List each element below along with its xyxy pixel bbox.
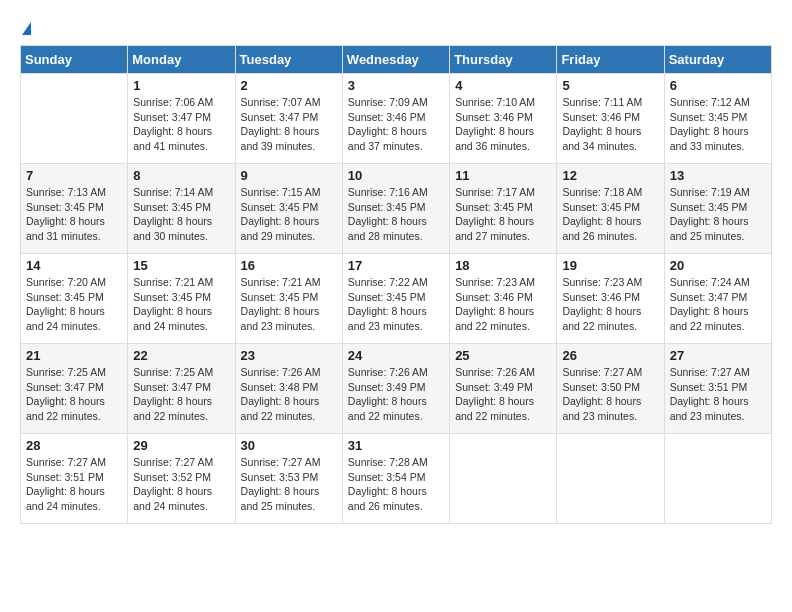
day-number: 28 — [26, 438, 122, 453]
day-number: 14 — [26, 258, 122, 273]
calendar-cell: 11Sunrise: 7:17 AM Sunset: 3:45 PM Dayli… — [450, 164, 557, 254]
calendar-cell: 31Sunrise: 7:28 AM Sunset: 3:54 PM Dayli… — [342, 434, 449, 524]
day-number: 3 — [348, 78, 444, 93]
calendar-week-row: 1Sunrise: 7:06 AM Sunset: 3:47 PM Daylig… — [21, 74, 772, 164]
day-number: 21 — [26, 348, 122, 363]
day-info: Sunrise: 7:15 AM Sunset: 3:45 PM Dayligh… — [241, 185, 337, 244]
calendar-header-friday: Friday — [557, 46, 664, 74]
header — [20, 20, 772, 35]
day-info: Sunrise: 7:19 AM Sunset: 3:45 PM Dayligh… — [670, 185, 766, 244]
day-number: 20 — [670, 258, 766, 273]
day-number: 30 — [241, 438, 337, 453]
day-number: 4 — [455, 78, 551, 93]
day-info: Sunrise: 7:27 AM Sunset: 3:52 PM Dayligh… — [133, 455, 229, 514]
day-number: 16 — [241, 258, 337, 273]
day-info: Sunrise: 7:07 AM Sunset: 3:47 PM Dayligh… — [241, 95, 337, 154]
calendar-week-row: 7Sunrise: 7:13 AM Sunset: 3:45 PM Daylig… — [21, 164, 772, 254]
calendar-cell — [450, 434, 557, 524]
day-number: 18 — [455, 258, 551, 273]
day-info: Sunrise: 7:23 AM Sunset: 3:46 PM Dayligh… — [562, 275, 658, 334]
day-info: Sunrise: 7:27 AM Sunset: 3:51 PM Dayligh… — [670, 365, 766, 424]
calendar-week-row: 14Sunrise: 7:20 AM Sunset: 3:45 PM Dayli… — [21, 254, 772, 344]
calendar-cell: 16Sunrise: 7:21 AM Sunset: 3:45 PM Dayli… — [235, 254, 342, 344]
calendar-cell: 3Sunrise: 7:09 AM Sunset: 3:46 PM Daylig… — [342, 74, 449, 164]
calendar-cell: 19Sunrise: 7:23 AM Sunset: 3:46 PM Dayli… — [557, 254, 664, 344]
calendar-cell: 29Sunrise: 7:27 AM Sunset: 3:52 PM Dayli… — [128, 434, 235, 524]
calendar-cell: 13Sunrise: 7:19 AM Sunset: 3:45 PM Dayli… — [664, 164, 771, 254]
calendar-header-sunday: Sunday — [21, 46, 128, 74]
calendar-cell: 17Sunrise: 7:22 AM Sunset: 3:45 PM Dayli… — [342, 254, 449, 344]
calendar-cell: 8Sunrise: 7:14 AM Sunset: 3:45 PM Daylig… — [128, 164, 235, 254]
day-info: Sunrise: 7:14 AM Sunset: 3:45 PM Dayligh… — [133, 185, 229, 244]
day-info: Sunrise: 7:27 AM Sunset: 3:50 PM Dayligh… — [562, 365, 658, 424]
calendar-cell: 10Sunrise: 7:16 AM Sunset: 3:45 PM Dayli… — [342, 164, 449, 254]
day-number: 17 — [348, 258, 444, 273]
calendar-cell: 7Sunrise: 7:13 AM Sunset: 3:45 PM Daylig… — [21, 164, 128, 254]
day-number: 2 — [241, 78, 337, 93]
calendar-cell: 15Sunrise: 7:21 AM Sunset: 3:45 PM Dayli… — [128, 254, 235, 344]
calendar-week-row: 28Sunrise: 7:27 AM Sunset: 3:51 PM Dayli… — [21, 434, 772, 524]
calendar-header-tuesday: Tuesday — [235, 46, 342, 74]
day-info: Sunrise: 7:09 AM Sunset: 3:46 PM Dayligh… — [348, 95, 444, 154]
day-info: Sunrise: 7:21 AM Sunset: 3:45 PM Dayligh… — [241, 275, 337, 334]
calendar-cell: 5Sunrise: 7:11 AM Sunset: 3:46 PM Daylig… — [557, 74, 664, 164]
calendar-cell: 22Sunrise: 7:25 AM Sunset: 3:47 PM Dayli… — [128, 344, 235, 434]
day-number: 22 — [133, 348, 229, 363]
logo-triangle-icon — [22, 22, 31, 35]
day-number: 10 — [348, 168, 444, 183]
day-number: 13 — [670, 168, 766, 183]
calendar-cell: 18Sunrise: 7:23 AM Sunset: 3:46 PM Dayli… — [450, 254, 557, 344]
day-number: 31 — [348, 438, 444, 453]
calendar-cell: 26Sunrise: 7:27 AM Sunset: 3:50 PM Dayli… — [557, 344, 664, 434]
day-info: Sunrise: 7:20 AM Sunset: 3:45 PM Dayligh… — [26, 275, 122, 334]
day-info: Sunrise: 7:25 AM Sunset: 3:47 PM Dayligh… — [26, 365, 122, 424]
day-number: 11 — [455, 168, 551, 183]
calendar-cell: 21Sunrise: 7:25 AM Sunset: 3:47 PM Dayli… — [21, 344, 128, 434]
day-info: Sunrise: 7:23 AM Sunset: 3:46 PM Dayligh… — [455, 275, 551, 334]
day-number: 26 — [562, 348, 658, 363]
day-number: 25 — [455, 348, 551, 363]
day-number: 12 — [562, 168, 658, 183]
calendar-cell: 25Sunrise: 7:26 AM Sunset: 3:49 PM Dayli… — [450, 344, 557, 434]
day-info: Sunrise: 7:28 AM Sunset: 3:54 PM Dayligh… — [348, 455, 444, 514]
calendar-cell: 2Sunrise: 7:07 AM Sunset: 3:47 PM Daylig… — [235, 74, 342, 164]
day-number: 8 — [133, 168, 229, 183]
calendar-cell: 1Sunrise: 7:06 AM Sunset: 3:47 PM Daylig… — [128, 74, 235, 164]
calendar-week-row: 21Sunrise: 7:25 AM Sunset: 3:47 PM Dayli… — [21, 344, 772, 434]
day-info: Sunrise: 7:26 AM Sunset: 3:49 PM Dayligh… — [455, 365, 551, 424]
day-info: Sunrise: 7:11 AM Sunset: 3:46 PM Dayligh… — [562, 95, 658, 154]
day-number: 7 — [26, 168, 122, 183]
calendar-cell: 4Sunrise: 7:10 AM Sunset: 3:46 PM Daylig… — [450, 74, 557, 164]
day-number: 24 — [348, 348, 444, 363]
day-info: Sunrise: 7:26 AM Sunset: 3:49 PM Dayligh… — [348, 365, 444, 424]
day-number: 23 — [241, 348, 337, 363]
calendar-cell — [21, 74, 128, 164]
day-info: Sunrise: 7:21 AM Sunset: 3:45 PM Dayligh… — [133, 275, 229, 334]
calendar-cell: 27Sunrise: 7:27 AM Sunset: 3:51 PM Dayli… — [664, 344, 771, 434]
day-info: Sunrise: 7:25 AM Sunset: 3:47 PM Dayligh… — [133, 365, 229, 424]
calendar-cell — [664, 434, 771, 524]
day-info: Sunrise: 7:27 AM Sunset: 3:51 PM Dayligh… — [26, 455, 122, 514]
day-info: Sunrise: 7:16 AM Sunset: 3:45 PM Dayligh… — [348, 185, 444, 244]
calendar-cell: 12Sunrise: 7:18 AM Sunset: 3:45 PM Dayli… — [557, 164, 664, 254]
calendar-table: SundayMondayTuesdayWednesdayThursdayFrid… — [20, 45, 772, 524]
calendar-body: 1Sunrise: 7:06 AM Sunset: 3:47 PM Daylig… — [21, 74, 772, 524]
logo — [20, 20, 31, 35]
calendar-cell: 6Sunrise: 7:12 AM Sunset: 3:45 PM Daylig… — [664, 74, 771, 164]
calendar-header-row: SundayMondayTuesdayWednesdayThursdayFrid… — [21, 46, 772, 74]
day-info: Sunrise: 7:13 AM Sunset: 3:45 PM Dayligh… — [26, 185, 122, 244]
day-number: 5 — [562, 78, 658, 93]
calendar-cell: 9Sunrise: 7:15 AM Sunset: 3:45 PM Daylig… — [235, 164, 342, 254]
day-info: Sunrise: 7:27 AM Sunset: 3:53 PM Dayligh… — [241, 455, 337, 514]
day-number: 1 — [133, 78, 229, 93]
day-info: Sunrise: 7:12 AM Sunset: 3:45 PM Dayligh… — [670, 95, 766, 154]
day-number: 19 — [562, 258, 658, 273]
day-info: Sunrise: 7:06 AM Sunset: 3:47 PM Dayligh… — [133, 95, 229, 154]
calendar-cell: 28Sunrise: 7:27 AM Sunset: 3:51 PM Dayli… — [21, 434, 128, 524]
day-info: Sunrise: 7:22 AM Sunset: 3:45 PM Dayligh… — [348, 275, 444, 334]
day-info: Sunrise: 7:10 AM Sunset: 3:46 PM Dayligh… — [455, 95, 551, 154]
day-info: Sunrise: 7:26 AM Sunset: 3:48 PM Dayligh… — [241, 365, 337, 424]
calendar-cell: 14Sunrise: 7:20 AM Sunset: 3:45 PM Dayli… — [21, 254, 128, 344]
calendar-cell: 24Sunrise: 7:26 AM Sunset: 3:49 PM Dayli… — [342, 344, 449, 434]
calendar-header-thursday: Thursday — [450, 46, 557, 74]
